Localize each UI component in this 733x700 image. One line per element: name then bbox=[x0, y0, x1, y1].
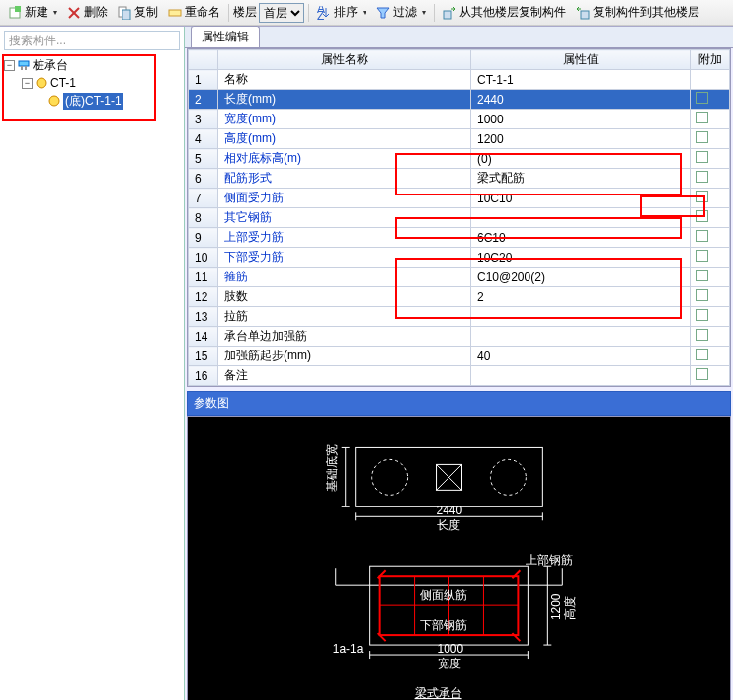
search-input[interactable]: 搜索构件... bbox=[4, 31, 180, 50]
prop-value[interactable]: 1000 bbox=[471, 110, 691, 129]
svg-text:1200: 1200 bbox=[549, 593, 563, 620]
rename-button[interactable]: 重命名 bbox=[164, 2, 224, 23]
new-button[interactable]: 新建▾ bbox=[4, 2, 61, 23]
prop-add[interactable] bbox=[691, 189, 730, 208]
svg-text:侧面纵筋: 侧面纵筋 bbox=[420, 588, 467, 602]
prop-value[interactable]: 1200 bbox=[471, 129, 691, 149]
tree-child[interactable]: − CT-1 bbox=[4, 74, 180, 92]
prop-add[interactable] bbox=[691, 90, 730, 110]
checkbox[interactable] bbox=[696, 171, 708, 183]
row-number: 9 bbox=[189, 228, 218, 248]
table-row[interactable]: 5相对底标高(m)(0) bbox=[189, 149, 730, 169]
tree-root[interactable]: − 桩承台 bbox=[4, 56, 180, 74]
prop-value[interactable]: 6C10 bbox=[471, 228, 691, 248]
table-row[interactable]: 8其它钢筋 bbox=[189, 208, 730, 228]
prop-value[interactable] bbox=[471, 307, 691, 327]
svg-point-18 bbox=[490, 459, 526, 495]
copy-from-button[interactable]: 从其他楼层复制构件 bbox=[439, 2, 570, 23]
table-row[interactable]: 6配筋形式梁式配筋 bbox=[189, 169, 730, 189]
filter-button[interactable]: 过滤▾ bbox=[372, 2, 430, 23]
collapse-icon[interactable]: − bbox=[22, 78, 33, 89]
prop-value[interactable]: 10C10 bbox=[471, 189, 691, 208]
prop-add[interactable] bbox=[691, 228, 730, 248]
copy-button[interactable]: 复制 bbox=[114, 2, 162, 23]
prop-value[interactable]: 梁式配筋 bbox=[471, 169, 691, 189]
prop-value[interactable] bbox=[471, 208, 691, 228]
checkbox[interactable] bbox=[696, 309, 708, 321]
table-row[interactable]: 11箍筋C10@200(2) bbox=[189, 268, 730, 287]
checkbox[interactable] bbox=[696, 151, 708, 163]
table-row[interactable]: 16备注 bbox=[189, 366, 730, 386]
prop-add[interactable] bbox=[691, 169, 730, 189]
checkbox[interactable] bbox=[696, 230, 708, 242]
row-number: 2 bbox=[189, 90, 218, 110]
table-row[interactable]: 1名称CT-1-1 bbox=[189, 70, 730, 90]
checkbox[interactable] bbox=[696, 112, 708, 123]
table-row[interactable]: 7侧面受力筋10C10 bbox=[189, 189, 730, 208]
collapse-icon[interactable]: − bbox=[4, 60, 15, 71]
prop-add[interactable] bbox=[691, 307, 730, 327]
svg-rect-11 bbox=[19, 61, 29, 66]
prop-add[interactable] bbox=[691, 70, 730, 90]
table-row[interactable]: 15加强筋起步(mm)40 bbox=[189, 347, 730, 366]
prop-add[interactable] bbox=[691, 110, 730, 129]
prop-add[interactable] bbox=[691, 287, 730, 307]
prop-value[interactable]: 2 bbox=[471, 287, 691, 307]
prop-add[interactable] bbox=[691, 149, 730, 169]
floor-select[interactable]: 首层 bbox=[259, 3, 304, 23]
tab-bar: 属性编辑 bbox=[185, 27, 733, 48]
checkbox[interactable] bbox=[696, 329, 708, 341]
checkbox[interactable] bbox=[696, 191, 708, 202]
checkbox[interactable] bbox=[696, 250, 708, 262]
table-row[interactable]: 13拉筋 bbox=[189, 307, 730, 327]
table-row[interactable]: 12肢数2 bbox=[189, 287, 730, 307]
svg-text:1000: 1000 bbox=[438, 642, 464, 656]
table-row[interactable]: 2长度(mm)2440 bbox=[189, 90, 730, 110]
checkbox[interactable] bbox=[696, 349, 708, 360]
prop-add[interactable] bbox=[691, 208, 730, 228]
checkbox[interactable] bbox=[696, 270, 708, 281]
prop-value[interactable] bbox=[471, 366, 691, 386]
prop-name: 备注 bbox=[218, 366, 471, 386]
table-row[interactable]: 3宽度(mm)1000 bbox=[189, 110, 730, 129]
table-row[interactable]: 10下部受力筋10C20 bbox=[189, 248, 730, 268]
prop-value[interactable]: 10C20 bbox=[471, 248, 691, 268]
right-panel: 属性编辑 属性名称 属性值 附加 1名称CT-1-12长度(mm)24403宽度… bbox=[185, 27, 733, 700]
table-row[interactable]: 14承台单边加强筋 bbox=[189, 327, 730, 347]
prop-value[interactable]: 40 bbox=[471, 347, 691, 366]
row-number: 13 bbox=[189, 307, 218, 327]
table-row[interactable]: 4高度(mm)1200 bbox=[189, 129, 730, 149]
prop-value[interactable]: C10@200(2) bbox=[471, 268, 691, 287]
prop-value[interactable]: (0) bbox=[471, 149, 691, 169]
prop-add[interactable] bbox=[691, 248, 730, 268]
tree-leaf[interactable]: (底)CT-1-1 bbox=[4, 92, 180, 110]
sort-button[interactable]: AZ 排序▾ bbox=[313, 2, 370, 23]
checkbox[interactable] bbox=[696, 210, 708, 222]
svg-text:长度: 长度 bbox=[437, 518, 460, 532]
copy-icon bbox=[118, 6, 131, 20]
prop-add[interactable] bbox=[691, 327, 730, 347]
checkbox[interactable] bbox=[696, 92, 708, 104]
prop-add[interactable] bbox=[691, 129, 730, 149]
prop-add[interactable] bbox=[691, 347, 730, 366]
filter-icon bbox=[376, 6, 390, 20]
checkbox[interactable] bbox=[696, 289, 708, 301]
prop-name: 长度(mm) bbox=[218, 90, 471, 110]
prop-name: 下部受力筋 bbox=[218, 248, 471, 268]
property-grid: 属性名称 属性值 附加 1名称CT-1-12长度(mm)24403宽度(mm)1… bbox=[187, 48, 731, 387]
prop-add[interactable] bbox=[691, 366, 730, 386]
row-number: 7 bbox=[189, 189, 218, 208]
tab-properties[interactable]: 属性编辑 bbox=[191, 26, 260, 47]
prop-name: 上部受力筋 bbox=[218, 228, 471, 248]
checkbox[interactable] bbox=[696, 131, 708, 143]
prop-value[interactable]: 2440 bbox=[471, 90, 691, 110]
prop-name: 拉筋 bbox=[218, 307, 471, 327]
prop-add[interactable] bbox=[691, 268, 730, 287]
copy-to-button[interactable]: 复制构件到其他楼层 bbox=[572, 2, 703, 23]
delete-button[interactable]: 删除 bbox=[63, 2, 112, 23]
prop-value[interactable]: CT-1-1 bbox=[471, 70, 691, 90]
svg-rect-1 bbox=[15, 6, 21, 12]
prop-value[interactable] bbox=[471, 327, 691, 347]
checkbox[interactable] bbox=[696, 368, 708, 380]
table-row[interactable]: 9上部受力筋6C10 bbox=[189, 228, 730, 248]
